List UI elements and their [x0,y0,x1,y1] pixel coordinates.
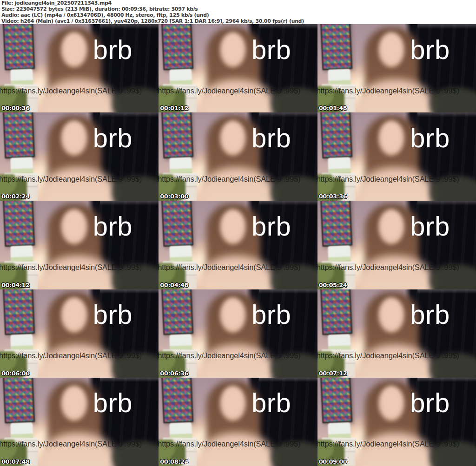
brb-overlay-text: brb [93,125,132,151]
watermark-url-text: https://fans.ly/Jodieangel4sin(SALE 9 .9… [159,175,317,184]
figure-blur-decor [378,386,404,421]
figure-blur-decor [220,297,246,333]
video-thumbnail: brb https://fans.ly/Jodieangel4sin(SALE … [159,378,317,466]
figure-blur-decor [61,297,87,333]
brb-overlay-text: brb [93,389,132,416]
wall-art-decor [161,201,193,246]
brb-overlay-text: brb [251,213,291,240]
timestamp-overlay: 00:04:48 [160,282,188,289]
watermark-url-text: https://fans.ly/Jodieangel4sin(SALE 9 .9… [0,86,159,95]
figure-blur-decor [220,120,246,156]
watermark-url-text: https://fans.ly/Jodieangel4sin(SALE 9 .9… [317,86,476,95]
watermark-url-text: https://fans.ly/Jodieangel4sin(SALE 9 .9… [0,351,159,360]
video-thumbnail: brb https://fans.ly/Jodieangel4sin(SALE … [0,289,159,378]
timestamp-overlay: 00:06:36 [160,370,188,377]
watermark-url-text: https://fans.ly/Jodieangel4sin(SALE 9 .9… [0,263,159,272]
watermark-url-text: https://fans.ly/Jodieangel4sin(SALE 9 .9… [159,263,317,272]
wall-art-decor [161,378,193,423]
wall-art-decor [161,289,193,335]
timestamp-overlay: 00:00:36 [1,105,30,112]
wall-art-decor [320,289,352,335]
figure-blur-decor [378,32,404,67]
timestamp-overlay: 00:01:12 [160,105,188,112]
watermark-url-text: https://fans.ly/Jodieangel4sin(SALE 9 .9… [317,440,476,448]
timestamp-overlay: 00:08:24 [160,458,188,465]
video-thumbnail: brb https://fans.ly/Jodieangel4sin(SALE … [159,289,317,378]
video-thumbnail: brb https://fans.ly/Jodieangel4sin(SALE … [0,112,159,201]
figure-blur-decor [220,32,246,67]
figure-blur-decor [220,209,246,244]
figure-blur-decor [378,209,404,244]
figure-blur-decor [61,209,87,244]
timestamp-overlay: 00:09:00 [319,458,347,465]
file-info-line: File: jodieangel4sin_202507211343.mp4 [1,0,476,6]
brb-overlay-text: brb [93,301,132,328]
timestamp-overlay: 00:02:24 [1,193,30,200]
brb-overlay-text: brb [410,213,450,240]
brb-overlay-text: brb [251,125,291,151]
wall-art-decor [3,201,35,246]
brb-overlay-text: brb [251,36,291,63]
video-thumbnail: brb https://fans.ly/Jodieangel4sin(SALE … [317,289,476,378]
wall-art-decor [320,378,352,423]
brb-overlay-text: brb [410,301,450,328]
watermark-url-text: https://fans.ly/Jodieangel4sin(SALE 9 .9… [317,175,476,184]
video-thumbnail: brb https://fans.ly/Jodieangel4sin(SALE … [317,378,476,466]
watermark-url-text: https://fans.ly/Jodieangel4sin(SALE 9 .9… [159,86,317,95]
watermark-url-text: https://fans.ly/Jodieangel4sin(SALE 9 .9… [0,440,159,448]
brb-overlay-text: brb [251,389,291,416]
figure-blur-decor [61,120,87,156]
video-thumbnail: brb https://fans.ly/Jodieangel4sin(SALE … [159,201,317,289]
brb-overlay-text: brb [93,213,132,240]
video-thumbnail: brb https://fans.ly/Jodieangel4sin(SALE … [317,201,476,289]
wall-art-decor [3,289,35,335]
wall-art-decor [3,378,35,423]
video-thumbnail: brb https://fans.ly/Jodieangel4sin(SALE … [0,201,159,289]
watermark-url-text: https://fans.ly/Jodieangel4sin(SALE 9 .9… [159,440,317,448]
audio-info-line: Audio: aac (LC) (mp4a / 0x6134706D), 480… [1,12,476,18]
wall-art-decor [3,24,35,70]
figure-blur-decor [61,386,87,421]
figure-blur-decor [378,297,404,333]
video-info-line: Video: h264 (Main) (avc1 / 0x31637661), … [1,18,476,24]
brb-overlay-text: brb [410,36,450,63]
brb-overlay-text: brb [251,301,291,328]
timestamp-overlay: 00:04:12 [1,282,30,289]
video-thumbnail: brb https://fans.ly/Jodieangel4sin(SALE … [0,24,159,112]
thumbnail-grid: brb https://fans.ly/Jodieangel4sin(SALE … [0,24,476,466]
timestamp-overlay: 00:07:48 [1,458,30,465]
brb-overlay-text: brb [93,36,132,63]
timestamp-overlay: 00:05:24 [319,282,347,289]
figure-blur-decor [220,386,246,421]
size-info-line: Size: 223047572 bytes (213 MiB), duratio… [1,6,476,12]
timestamp-overlay: 00:03:36 [319,193,347,200]
timestamp-overlay: 00:06:00 [1,370,30,377]
brb-overlay-text: brb [410,389,450,416]
timestamp-overlay: 00:01:48 [319,105,347,112]
video-thumbnail: brb https://fans.ly/Jodieangel4sin(SALE … [0,378,159,466]
wall-art-decor [3,112,35,158]
video-thumbnail: brb https://fans.ly/Jodieangel4sin(SALE … [317,112,476,201]
watermark-url-text: https://fans.ly/Jodieangel4sin(SALE 9 .9… [317,351,476,360]
figure-blur-decor [61,32,87,67]
watermark-url-text: https://fans.ly/Jodieangel4sin(SALE 9 .9… [317,263,476,272]
media-info-header: File: jodieangel4sin_202507211343.mp4 Si… [0,0,476,24]
wall-art-decor [320,201,352,246]
video-thumbnail: brb https://fans.ly/Jodieangel4sin(SALE … [159,112,317,201]
timestamp-overlay: 00:07:12 [319,370,347,377]
video-thumbnail: brb https://fans.ly/Jodieangel4sin(SALE … [159,24,317,112]
brb-overlay-text: brb [410,125,450,151]
watermark-url-text: https://fans.ly/Jodieangel4sin(SALE 9 .9… [0,175,159,184]
wall-art-decor [320,112,352,158]
video-thumbnail: brb https://fans.ly/Jodieangel4sin(SALE … [317,24,476,112]
wall-art-decor [161,24,193,70]
watermark-url-text: https://fans.ly/Jodieangel4sin(SALE 9 .9… [159,351,317,360]
wall-art-decor [320,24,352,70]
wall-art-decor [161,112,193,158]
timestamp-overlay: 00:03:00 [160,193,188,200]
